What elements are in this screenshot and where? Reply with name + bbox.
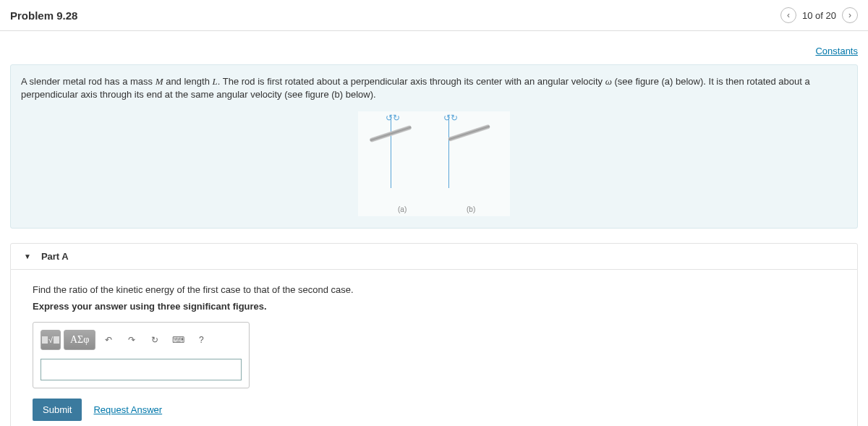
redo-icon: ↷ xyxy=(128,335,135,345)
problem-text: A slender metal rod has a mass M and len… xyxy=(21,75,847,101)
rotation-icon: ↺↻ xyxy=(443,113,458,123)
reset-button[interactable]: ↻ xyxy=(145,330,165,350)
figure: ↺↻ ↺↻ (a) (b) xyxy=(358,111,510,216)
submit-button[interactable]: Submit xyxy=(33,399,82,421)
figure-label-b: (b) xyxy=(467,205,475,213)
part-header[interactable]: ▼ Part A xyxy=(10,243,858,270)
axis-a xyxy=(391,116,391,188)
var-omega: ω xyxy=(605,76,612,87)
answer-input[interactable] xyxy=(41,359,242,380)
part-body: Find the ratio of the kinetic energy of … xyxy=(10,270,858,426)
sqrt-icon: √ xyxy=(42,336,59,344)
problem-title: Problem 9.28 xyxy=(10,9,77,22)
redo-button[interactable]: ↷ xyxy=(122,330,142,350)
var-mass: M xyxy=(156,76,163,87)
submit-row: Submit Request Answer xyxy=(33,399,835,421)
request-answer-link[interactable]: Request Answer xyxy=(93,404,162,415)
part-label: Part A xyxy=(41,251,69,262)
next-button[interactable]: › xyxy=(842,7,858,23)
page-header: Problem 9.28 ‹ 10 of 20 › xyxy=(0,0,868,31)
text-seg: . The rod is first rotated about a perpe… xyxy=(218,76,605,87)
keyboard-button[interactable]: ⌨ xyxy=(168,330,188,350)
keyboard-icon: ⌨ xyxy=(172,335,184,345)
nav-group: ‹ 10 of 20 › xyxy=(780,7,858,23)
problem-statement: A slender metal rod has a mass M and len… xyxy=(10,64,858,229)
reset-icon: ↻ xyxy=(151,335,158,345)
answer-box: √ ΑΣφ ↶ ↷ ↻ ⌨ ? xyxy=(33,322,250,388)
part-instruction: Find the ratio of the kinetic energy of … xyxy=(33,284,835,295)
undo-icon: ↶ xyxy=(105,335,112,345)
var-length: L xyxy=(213,76,218,87)
rod-b xyxy=(448,124,490,142)
figure-label-a: (a) xyxy=(398,205,407,213)
undo-button[interactable]: ↶ xyxy=(98,330,119,350)
constants-row: Constants xyxy=(0,31,868,64)
collapse-caret-icon[interactable]: ▼ xyxy=(24,252,31,260)
constants-link[interactable]: Constants xyxy=(815,46,858,56)
nav-count: 10 of 20 xyxy=(802,10,836,21)
axis-b xyxy=(448,116,449,188)
greek-button[interactable]: ΑΣφ xyxy=(64,330,95,350)
rotation-icon: ↺↻ xyxy=(386,113,400,123)
figure-wrap: ↺↻ ↺↻ (a) (b) xyxy=(21,111,847,219)
templates-button[interactable]: √ xyxy=(41,330,61,350)
text-seg: and length xyxy=(163,76,213,87)
help-button[interactable]: ? xyxy=(191,330,211,350)
answer-toolbar: √ ΑΣφ ↶ ↷ ↻ ⌨ ? xyxy=(41,330,242,350)
part-format-instruction: Express your answer using three signific… xyxy=(33,301,835,312)
text-seg: A slender metal rod has a mass xyxy=(21,76,156,87)
prev-button[interactable]: ‹ xyxy=(780,7,796,23)
